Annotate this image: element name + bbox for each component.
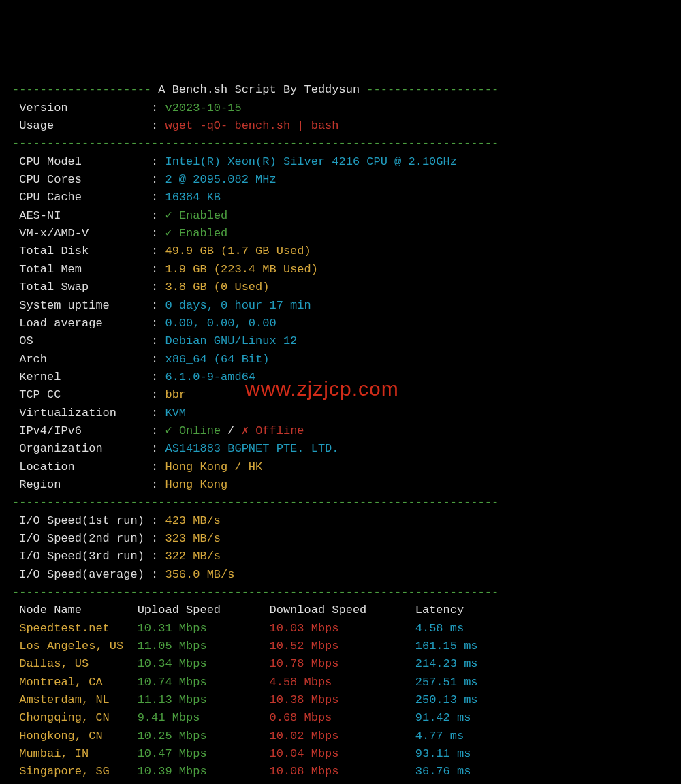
tcp-cc-label: TCP CC xyxy=(19,388,144,401)
latency-value: 93.11 ms xyxy=(415,747,471,760)
vmx-label: VM-x/AMD-V xyxy=(19,227,144,240)
latency-value: 250.13 ms xyxy=(415,693,478,706)
cpu-model-label: CPU Model xyxy=(19,155,144,168)
arch-value: x86_64 (64 Bit) xyxy=(165,353,269,366)
latency-value: 214.23 ms xyxy=(415,657,478,670)
node-mumbai: Mumbai, IN xyxy=(19,747,137,760)
cpu-cores-label: CPU Cores xyxy=(19,173,144,186)
check-icon: ✓ xyxy=(165,209,178,222)
usage-value: wget -qO- bench.sh | bash xyxy=(165,119,338,132)
upload-value: 10.31 Mbps xyxy=(138,622,270,635)
io-3rd-value: 322 MB/s xyxy=(165,550,221,563)
node-chongqing: Chongqing, CN xyxy=(19,711,137,724)
col-download: Download Speed xyxy=(269,603,415,616)
load-avg-value: 0.00, 0.00, 0.00 xyxy=(165,317,276,330)
download-value: 10.03 Mbps xyxy=(269,622,415,635)
latency-value: 91.42 ms xyxy=(415,711,471,724)
terminal-output: -------------------- A Bench.sh Script B… xyxy=(12,81,669,784)
download-value: 10.02 Mbps xyxy=(269,730,415,742)
io-avg-label: I/O Speed(average) xyxy=(19,568,151,581)
upload-value: 10.39 Mbps xyxy=(138,765,270,778)
os-label: OS xyxy=(19,334,144,347)
aes-ni-value: Enabled xyxy=(179,209,227,222)
io-1st-value: 423 MB/s xyxy=(165,514,221,527)
total-disk-value: 49.9 GB (1.7 GB Used) xyxy=(165,245,311,257)
usage-label: Usage xyxy=(19,119,144,132)
version-value: v2023-10-15 xyxy=(165,101,241,114)
upload-value: 11.05 Mbps xyxy=(138,640,270,653)
kernel-value: 6.1.0-9-amd64 xyxy=(165,371,255,383)
latency-value: 4.58 ms xyxy=(415,622,464,635)
download-value: 4.58 Mbps xyxy=(269,676,415,689)
load-avg-label: Load average xyxy=(19,317,144,330)
latency-value: 257.51 ms xyxy=(415,676,478,689)
cpu-cache-value: 16384 KB xyxy=(165,191,221,204)
region-value: Hong Kong xyxy=(165,478,227,491)
node-amsterdam: Amsterdam, NL xyxy=(19,693,137,706)
check-icon: ✓ xyxy=(165,424,178,437)
upload-value: 10.47 Mbps xyxy=(138,747,270,760)
cpu-model-value: Intel(R) Xeon(R) Silver 4216 CPU @ 2.10G… xyxy=(165,155,456,168)
kernel-label: Kernel xyxy=(19,371,144,383)
ipv4-online: Online xyxy=(179,424,221,437)
total-swap-label: Total Swap xyxy=(19,281,144,294)
io-avg-value: 356.0 MB/s xyxy=(165,568,234,581)
total-mem-label: Total Mem xyxy=(19,263,144,276)
download-value: 0.68 Mbps xyxy=(269,711,415,724)
total-disk-label: Total Disk xyxy=(19,245,144,257)
separator: ----------------------------------------… xyxy=(12,496,498,509)
cpu-cache-label: CPU Cache xyxy=(19,191,144,204)
virt-value: KVM xyxy=(165,407,186,420)
io-2nd-label: I/O Speed(2nd run) xyxy=(19,532,151,545)
node-los-angeles: Los Angeles, US xyxy=(19,640,137,653)
separator: ----------------------------------------… xyxy=(12,586,498,599)
ipv6-offline: Offline xyxy=(255,424,304,437)
location-label: Location xyxy=(19,460,144,473)
tcp-cc-value: bbr xyxy=(165,388,186,401)
download-value: 10.04 Mbps xyxy=(269,747,415,760)
ip-slash: / xyxy=(221,424,242,437)
download-value: 10.52 Mbps xyxy=(269,640,415,653)
arch-label: Arch xyxy=(19,353,144,366)
vmx-value: Enabled xyxy=(179,227,227,240)
region-label: Region xyxy=(19,478,144,491)
location-value: Hong Kong / HK xyxy=(165,460,262,473)
col-latency: Latency xyxy=(415,603,464,616)
io-3rd-label: I/O Speed(3rd run) xyxy=(19,550,151,563)
upload-value: 10.34 Mbps xyxy=(138,657,270,670)
upload-value: 10.25 Mbps xyxy=(138,730,270,742)
total-swap-value: 3.8 GB (0 Used) xyxy=(165,281,269,294)
separator: ----------------------------------------… xyxy=(12,137,498,150)
node-montreal: Montreal, CA xyxy=(19,676,137,689)
latency-value: 4.77 ms xyxy=(415,730,464,742)
download-value: 10.38 Mbps xyxy=(269,693,415,706)
io-2nd-value: 323 MB/s xyxy=(165,532,221,545)
node-dallas: Dallas, US xyxy=(19,657,137,670)
download-value: 10.78 Mbps xyxy=(269,657,415,670)
col-upload: Upload Speed xyxy=(138,603,270,616)
aes-ni-label: AES-NI xyxy=(19,209,144,222)
io-1st-label: I/O Speed(1st run) xyxy=(19,514,151,527)
cross-icon: ✗ xyxy=(242,424,255,437)
upload-value: 9.41 Mbps xyxy=(138,711,270,724)
total-mem-value: 1.9 GB (223.4 MB Used) xyxy=(165,263,317,276)
download-value: 10.08 Mbps xyxy=(269,765,415,778)
virt-label: Virtualization xyxy=(19,407,144,420)
uptime-label: System uptime xyxy=(19,299,144,312)
header-dash-right: ------------------- xyxy=(360,83,498,96)
latency-value: 161.15 ms xyxy=(415,640,478,653)
os-value: Debian GNU/Linux 12 xyxy=(165,334,297,347)
uptime-value: 0 days, 0 hour 17 min xyxy=(165,299,311,312)
header-dash-left: -------------------- xyxy=(12,83,158,96)
upload-value: 11.13 Mbps xyxy=(138,693,270,706)
ipv4-ipv6-label: IPv4/IPv6 xyxy=(19,424,144,437)
node-hongkong: Hongkong, CN xyxy=(19,730,137,742)
node-singapore: Singapore, SG xyxy=(19,765,137,778)
col-node: Node Name xyxy=(19,603,137,616)
org-value: AS141883 BGPNET PTE. LTD. xyxy=(165,442,338,455)
version-label: Version xyxy=(19,101,144,114)
header-title: A Bench.sh Script By Teddysun xyxy=(158,83,360,96)
upload-value: 10.74 Mbps xyxy=(138,676,270,689)
latency-value: 36.76 ms xyxy=(415,765,471,778)
check-icon: ✓ xyxy=(165,227,178,240)
